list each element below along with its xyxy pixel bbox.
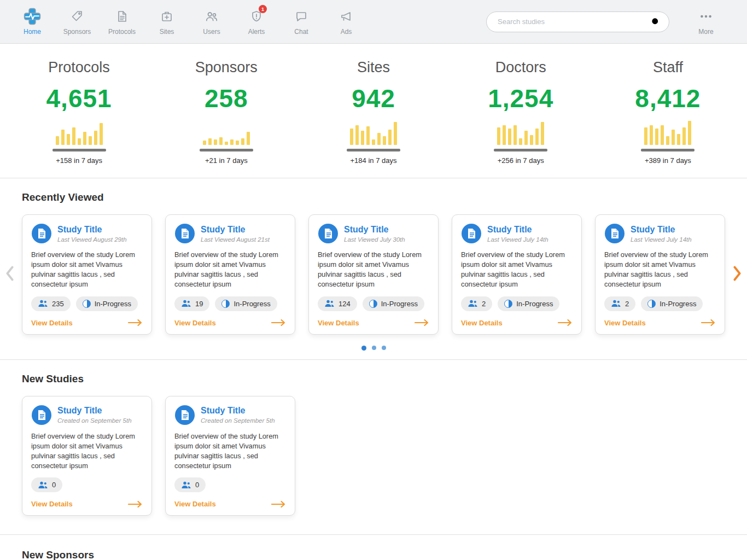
arrow-right-icon[interactable] [271,319,286,326]
study-card[interactable]: Study Title Last Viewed August 29th Brie… [22,214,152,335]
search-icon[interactable] [650,16,661,27]
section-divider [0,178,747,178]
nav-label: Home [24,28,41,36]
status-pill: In-Progress [498,296,559,311]
sparkline-bar [688,121,691,145]
stat-title: Sponsors [153,59,300,76]
study-title: Study Title [487,225,548,235]
nav-item-ads[interactable]: Ads [328,8,364,36]
study-document-icon [31,223,52,244]
search-input[interactable] [497,17,650,26]
more-dots-icon [699,8,713,25]
members-pill: 2 [461,296,492,311]
in-progress-icon [369,300,377,308]
people-icon [181,300,191,307]
stat-doctors: Doctors 1,254 +256 in 7 days [447,59,594,165]
study-card[interactable]: Study Title Last Viewed July 30th Brief … [308,214,439,335]
arrow-right-icon[interactable] [414,319,429,326]
nav-item-alerts[interactable]: 1 Alerts [238,8,275,36]
study-document-icon [604,223,625,244]
arrow-right-icon[interactable] [127,319,143,326]
stat-delta: +21 in 7 days [153,156,300,165]
nav-item-sites[interactable]: Sites [149,8,185,36]
people-icon [611,300,621,307]
study-document-icon [318,223,339,244]
arrow-right-icon[interactable] [557,319,573,326]
sparkline-bar [208,138,212,145]
arrow-right-icon[interactable] [127,500,143,508]
study-card[interactable]: Study Title Last Viewed August 21st Brie… [165,214,295,335]
carousel-dot[interactable] [372,346,376,350]
sparkline-bar [78,138,81,145]
search-box [486,11,669,32]
study-card[interactable]: Study Title Last Viewed July 14th Brief … [595,214,725,335]
arrow-right-icon[interactable] [701,319,716,326]
stat-title: Doctors [447,59,594,76]
study-subtitle: Created on September 5th [201,417,275,424]
study-subtitle: Created on September 5th [57,417,132,424]
sparkline-bar [61,130,65,145]
view-details-link[interactable]: View Details [604,319,646,327]
carousel-left-chevron-icon[interactable] [5,266,14,283]
carousel-right-chevron-icon[interactable] [733,266,742,283]
sparkline-bar [388,130,392,145]
sparkline-bar [72,127,75,145]
members-count: 124 [339,300,351,308]
people-icon [324,300,335,307]
members-pill: 124 [318,296,357,311]
carousel-dots [22,346,725,351]
view-details-link[interactable]: View Details [318,319,359,327]
study-subtitle: Last Viewed August 21st [201,236,270,243]
nav-label: Sponsors [63,28,91,36]
sparkline-bar [214,139,217,145]
sparkline-bar [524,131,528,145]
sparkline-bar [508,129,511,145]
section-divider [0,534,747,535]
people-icon [38,481,48,489]
view-details-link[interactable]: View Details [174,500,216,508]
nav-item-protocols[interactable]: Protocols [104,8,140,36]
sparkline-bar [666,136,669,145]
stat-title: Staff [594,59,742,76]
megaphone-icon [340,8,353,25]
nav-item-users[interactable]: Users [194,8,230,36]
sparkline-bar [230,139,234,145]
stat-delta: +389 in 7 days [594,156,742,165]
study-description: Brief overview of the study Lorem ipsum … [604,250,716,290]
people-icon [181,481,191,489]
carousel-dot[interactable] [382,346,386,350]
recently-viewed-cards: Study Title Last Viewed August 29th Brie… [22,214,725,335]
study-subtitle: Last Viewed July 14th [487,236,548,243]
view-details-link[interactable]: View Details [174,319,216,327]
study-card[interactable]: Study Title Created on September 5th Bri… [22,396,152,516]
nav-label: Chat [294,28,308,36]
sparkline-baseline [494,149,547,151]
status-label: In-Progress [234,300,270,308]
arrow-right-icon[interactable] [271,500,286,508]
sparkline-baseline [641,149,695,151]
stat-value: 1,254 [447,84,594,113]
study-card[interactable]: Study Title Created on September 5th Bri… [165,396,295,516]
sparkline-bar [56,136,59,145]
nav-item-more[interactable]: More [688,8,724,36]
carousel-dot[interactable] [361,346,366,351]
sparkline-bar [219,137,223,145]
nav-label: Ads [341,28,352,36]
nav-item-chat[interactable]: Chat [283,8,319,36]
view-details-link[interactable]: View Details [461,319,503,327]
study-card[interactable]: Study Title Last Viewed July 14th Brief … [452,214,582,335]
sparkline-bar [372,139,375,145]
sparkline-bar [350,129,353,145]
sparkline-bar [355,125,359,145]
stat-sparkline [5,120,153,145]
study-title: Study Title [344,225,405,235]
study-description: Brief overview of the study Lorem ipsum … [31,431,143,471]
people-icon [468,300,478,307]
view-details-link[interactable]: View Details [31,500,73,508]
view-details-link[interactable]: View Details [31,319,73,327]
sparkline-bar [361,131,364,145]
nav-item-sponsors[interactable]: Sponsors [59,8,95,36]
nav-item-home[interactable]: Home [14,8,50,36]
study-title: Study Title [57,406,132,416]
tag-icon [71,8,84,25]
